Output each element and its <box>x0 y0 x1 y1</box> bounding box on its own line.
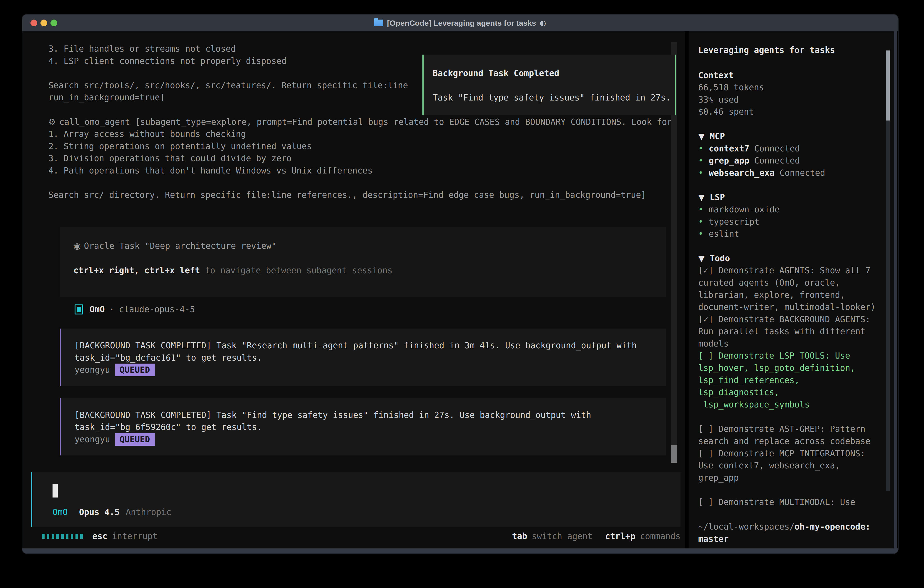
chevron-down-icon: ▼ <box>698 192 705 202</box>
mcp-name: context7 <box>709 144 749 154</box>
window-title: [OpenCode] Leveraging agents for tasks ◐ <box>374 19 546 28</box>
sidebar-scrollbar-track[interactable] <box>886 121 890 491</box>
status-dot-icon: • <box>698 144 703 154</box>
lsp-name: markdown-oxide <box>709 205 780 215</box>
message-user: yeongyu <box>74 364 110 376</box>
status-dot-icon: • <box>698 229 703 239</box>
opencode-window: [OpenCode] Leveraging agents for tasks ◐… <box>22 14 899 554</box>
minimize-button[interactable] <box>40 20 47 26</box>
workspace-path: ~/local-workspaces/oh-my-opencode: maste… <box>698 521 886 545</box>
queued-badge: QUEUED <box>115 363 155 376</box>
todo-item: [✓] Demonstrate AGENTS: Show all 7 curat… <box>698 264 886 313</box>
sidebar-scrollbar-thumb[interactable] <box>886 51 890 121</box>
lsp-item: •typescript <box>698 216 886 228</box>
blank-line <box>48 177 672 189</box>
session-sidebar: Leveraging agents for tasks Context 66,5… <box>689 31 894 548</box>
spinner-dots <box>42 534 83 538</box>
agent-name: OmO <box>89 303 105 315</box>
input-meta-row: OmO Opus 4.5 Anthropic <box>53 506 172 519</box>
status-bar: esc interrupt tabswitch agent ctrl+pcomm… <box>22 527 685 548</box>
mcp-section-header[interactable]: ▼MCP <box>698 130 886 142</box>
tab-hint: tabswitch agent <box>512 531 592 541</box>
chevron-down-icon: ▼ <box>698 131 705 141</box>
status-dot-icon: • <box>698 156 703 165</box>
output-line: 4. Path operations that don't handle Win… <box>48 165 672 177</box>
separator-dot: · <box>109 303 114 315</box>
tool-call-text: call_omo_agent [subagent_type=explore, p… <box>59 117 672 127</box>
oracle-shortcut-line: ctrl+x right, ctrl+x left to navigate be… <box>73 264 666 277</box>
message-user: yeongyu <box>74 433 110 446</box>
status-dot-icon: • <box>698 168 703 178</box>
queued-badge: QUEUED <box>115 433 155 446</box>
pane-divider <box>685 31 689 548</box>
output-line: 3. File handles or streams not closed <box>48 43 672 55</box>
titlebar[interactable]: [OpenCode] Leveraging agents for tasks ◐ <box>22 15 898 31</box>
fisheye-icon: ◉ <box>73 241 81 251</box>
esc-key-hint: esc <box>92 531 107 541</box>
shortcut-keys: ctrl+x right, ctrl+x left <box>73 266 200 275</box>
oracle-task-title: Oracle Task "Deep architecture review" <box>84 241 276 251</box>
context-used: 33% used <box>698 94 886 106</box>
lsp-name: typescript <box>709 217 759 227</box>
background-task-message: [BACKGROUND TASK COMPLETED] Task "Resear… <box>60 329 666 386</box>
toast-title: Background Task Completed <box>433 67 668 79</box>
todo-item: [ ] Demonstrate LSP TOOLS: Use lsp_hover… <box>698 350 886 411</box>
ctrl-p-key: ctrl+p <box>605 531 635 541</box>
mcp-name: websearch_exa <box>709 168 775 178</box>
output-line: 2. String operations on potentially unde… <box>48 140 672 153</box>
message-line: [BACKGROUND TASK COMPLETED] Task "Find t… <box>74 409 666 421</box>
context-tokens: 66,518 tokens <box>698 81 886 94</box>
zoom-button[interactable] <box>51 20 57 26</box>
mcp-name: grep_app <box>709 156 749 165</box>
text-cursor <box>53 484 58 497</box>
message-line: [BACKGROUND TASK COMPLETED] Task "Resear… <box>74 339 666 352</box>
mcp-status: Connected <box>780 168 825 178</box>
workspace-repo: oh-my-opencode: <box>794 522 870 532</box>
mcp-heading: MCP <box>710 131 725 141</box>
oracle-task-title-line: ◉Oracle Task "Deep architecture review" <box>73 240 666 252</box>
todo-section-header[interactable]: ▼Todo <box>698 253 886 265</box>
shortcut-hint: to navigate between subagent sessions <box>200 266 393 275</box>
output-line: 1. Array access without bounds checking <box>48 128 672 140</box>
context-spent: $0.46 spent <box>698 106 886 118</box>
tool-call-line: ⚙call_omo_agent [subagent_type=explore, … <box>48 116 672 128</box>
terminal-main-pane: 3. File handles or streams not closed 4.… <box>22 31 685 548</box>
gear-icon: ⚙ <box>48 117 56 127</box>
input-model: Opus 4.5 <box>79 506 120 519</box>
commands-hint: ctrl+pcommands <box>605 531 680 541</box>
agent-header-row: OmO · claude-opus-4-5 <box>74 303 672 315</box>
status-dot-icon: • <box>698 217 703 227</box>
workspace-prefix: ~/local-workspaces/ <box>698 522 794 532</box>
traffic-lights <box>30 15 57 31</box>
todo-item: [ ] Demonstrate MCP INTEGRATIONS: Use co… <box>698 448 886 484</box>
message-line: task_id="bg_dcfac161" to get results. <box>74 352 666 364</box>
tab-label: switch agent <box>532 531 592 541</box>
mcp-item: •context7Connected <box>698 142 886 155</box>
chevron-down-icon: ▼ <box>698 254 705 263</box>
background-task-toast: Background Task Completed Task "Find typ… <box>422 55 676 115</box>
close-button[interactable] <box>30 20 37 26</box>
window-title-text: [OpenCode] Leveraging agents for tasks <box>387 19 536 28</box>
workspace-branch: master <box>698 533 886 545</box>
context-heading: Context <box>698 69 886 82</box>
todo-heading: Todo <box>710 254 730 263</box>
window-right-frame <box>894 31 897 548</box>
tab-key: tab <box>512 531 527 541</box>
input-provider: Anthropic <box>126 506 171 519</box>
input-agent-name: OmO <box>53 506 68 519</box>
message-line: task_id="bg_6f59260c" to get results. <box>74 421 666 433</box>
window-bottom-frame <box>22 548 898 554</box>
prompt-input[interactable]: OmO Opus 4.5 Anthropic <box>31 472 680 527</box>
todo-item: [✓] Demonstrate BACKGROUND AGENTS: Run p… <box>698 313 886 350</box>
output-line: 3. Division operations that could divide… <box>48 152 672 165</box>
session-title: Leveraging agents for tasks <box>698 44 886 56</box>
output-line: Search src/ directory. Return specific f… <box>48 189 672 201</box>
main-scrollbar-thumb[interactable] <box>671 445 677 463</box>
status-dot-icon: • <box>698 205 703 215</box>
lsp-section-header[interactable]: ▼LSP <box>698 191 886 203</box>
toast-body: Task "Find type safety issues" finished … <box>433 92 668 104</box>
commands-label: commands <box>640 531 680 541</box>
esc-key-label: interrupt <box>112 531 158 541</box>
folder-icon <box>374 20 383 26</box>
todo-item: [ ] Demonstrate AST-GREP: Pattern search… <box>698 423 886 447</box>
